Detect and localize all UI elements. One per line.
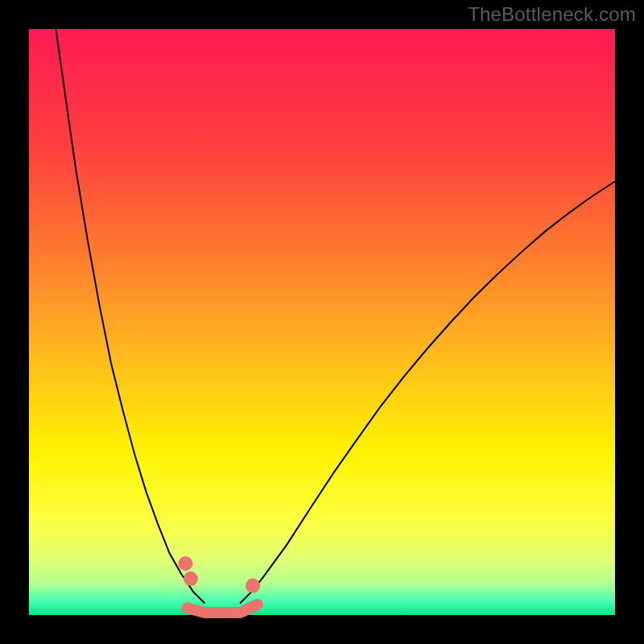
watermark-text: TheBottleneck.com <box>468 3 636 26</box>
dot-left-1 <box>178 556 192 571</box>
chart-container: TheBottleneck.com <box>0 0 644 644</box>
plot-background <box>29 29 615 615</box>
dot-right-1 <box>246 579 260 593</box>
dot-left-2 <box>184 572 198 586</box>
bottleneck-chart <box>0 0 644 644</box>
